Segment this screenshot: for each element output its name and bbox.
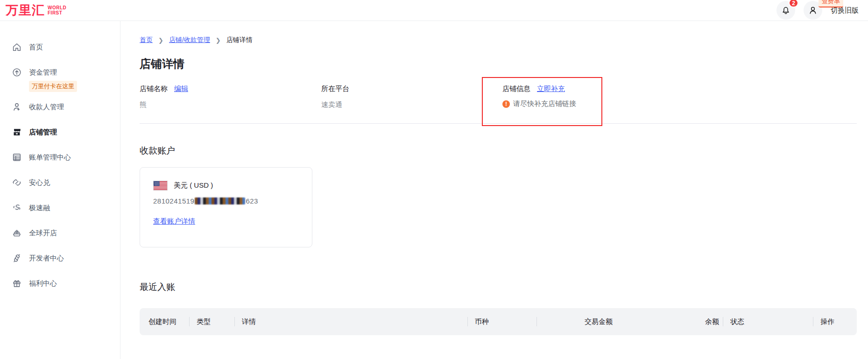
bell-icon [781, 5, 791, 15]
global-store-icon [12, 228, 22, 238]
sidebar-item-label: 收款人管理 [29, 103, 64, 112]
section-divider [140, 123, 857, 124]
breadcrumb-home[interactable]: 首页 [140, 36, 153, 44]
account-number: 2810241519 ▓▓▓▓▓▓▓▓▓▓ 623 [153, 197, 299, 205]
shop-info-row: 店铺名称 编辑 熊 所在平台 速卖通 店铺信息 立即补充 ! 请尽快补充店铺链接 [140, 84, 857, 109]
breadcrumb-store-management[interactable]: 店铺/收款管理 [169, 36, 210, 44]
sidebar-item-billing-center[interactable]: 账单管理中心 [0, 145, 120, 170]
sidebar-item-label: 资金管理 [29, 68, 57, 77]
funds-icon [12, 67, 22, 77]
billing-icon [12, 152, 22, 162]
logo-cn-text: 万里汇 [6, 4, 45, 17]
sidebar-item-exchange[interactable]: 安心兑 [0, 170, 120, 195]
sidebar-item-global-store[interactable]: 全球开店 [0, 220, 120, 246]
shop-info-warning: ! 请尽快补充店铺链接 [502, 99, 857, 108]
store-icon [12, 127, 22, 137]
account-number-masked: ▓▓▓▓▓▓▓▓▓▓ [195, 197, 245, 204]
main-content: 首页 ❯ 店铺/收款管理 ❯ 店铺详情 店铺详情 店铺名称 编辑 熊 所在平台 … [120, 21, 868, 359]
sidebar-item-label: 福利中心 [29, 279, 57, 288]
breadcrumb-current: 店铺详情 [226, 36, 253, 44]
page-title: 店铺详情 [140, 56, 857, 71]
sidebar-item-label: 账单管理中心 [29, 153, 71, 162]
recent-transactions-table-header: 创建时间 类型 详情 币种 交易金额 余额 状态 操作 [140, 308, 857, 335]
logo-en-text: WORLD FIRST [48, 5, 66, 15]
chevron-right-icon: ❯ [216, 37, 221, 44]
sidebar: 首页 资金管理 万里付卡在这里 收款人管理 [0, 21, 120, 359]
user-icon [808, 5, 818, 15]
chevron-right-icon: ❯ [158, 37, 163, 44]
column-header-type: 类型 [189, 308, 234, 335]
home-icon [12, 42, 22, 52]
us-flag-icon [153, 181, 168, 190]
shop-name-label: 店铺名称 [140, 84, 168, 93]
platform-value: 速卖通 [321, 100, 502, 109]
notifications-button[interactable]: 2 [776, 1, 795, 20]
topbar: 万里汇 WORLD FIRST 2 查费率 切换旧版 [0, 0, 868, 21]
account-button[interactable]: 查费率 [804, 1, 822, 20]
sidebar-item-home[interactable]: 首页 [0, 35, 120, 60]
sidebar-item-developer-center[interactable]: 开发者中心 [0, 246, 120, 271]
sidebar-item-financing[interactable]: 极速融 [0, 195, 120, 220]
sidebar-item-label: 首页 [29, 43, 43, 52]
sidebar-item-label: 极速融 [29, 204, 50, 212]
sidebar-item-label: 全球开店 [29, 229, 57, 238]
recent-transactions-title: 最近入账 [140, 281, 857, 293]
exchange-icon [12, 177, 22, 188]
receiving-account-title: 收款账户 [140, 145, 857, 157]
column-header-status: 状态 [723, 308, 813, 335]
column-header-amount: 交易金额 [536, 308, 616, 335]
rate-tag[interactable]: 查费率 [819, 0, 843, 7]
currency-label: 美元 ( USD ) [174, 181, 213, 190]
shop-name-value: 熊 [140, 100, 321, 109]
notification-badge: 2 [789, 0, 798, 7]
shop-info-label: 店铺信息 [502, 84, 530, 93]
funds-subtag[interactable]: 万里付卡在这里 [29, 81, 120, 93]
warning-icon: ! [502, 100, 510, 108]
edit-shop-name-link[interactable]: 编辑 [174, 84, 188, 93]
account-number-suffix: 623 [246, 197, 258, 205]
account-number-prefix: 2810241519 [153, 197, 194, 205]
column-header-action: 操作 [813, 308, 857, 335]
developer-icon [12, 253, 22, 263]
breadcrumb: 首页 ❯ 店铺/收款管理 ❯ 店铺详情 [140, 36, 857, 44]
platform-label: 所在平台 [321, 84, 349, 93]
view-account-details-link[interactable]: 查看账户详情 [153, 217, 195, 225]
supplement-now-link[interactable]: 立即补充 [537, 84, 565, 93]
account-card: 美元 ( USD ) 2810241519 ▓▓▓▓▓▓▓▓▓▓ 623 查看账… [140, 167, 312, 247]
sidebar-item-store-management[interactable]: 店铺管理 [0, 120, 120, 145]
column-header-create-time: 创建时间 [140, 308, 189, 335]
warning-text: 请尽快补充店铺链接 [513, 99, 576, 108]
sidebar-item-label: 安心兑 [29, 178, 50, 187]
sidebar-item-benefits-center[interactable]: 福利中心 [0, 271, 120, 296]
column-header-currency: 币种 [467, 308, 536, 335]
sidebar-item-payees[interactable]: 收款人管理 [0, 94, 120, 120]
column-header-balance: 余额 [616, 308, 723, 335]
column-header-detail: 详情 [234, 308, 467, 335]
sidebar-item-label: 开发者中心 [29, 254, 64, 263]
financing-icon [12, 203, 22, 213]
benefits-icon [12, 278, 22, 289]
sidebar-item-label: 店铺管理 [29, 128, 57, 137]
payee-icon [12, 102, 22, 112]
worldfirst-logo[interactable]: 万里汇 WORLD FIRST [6, 4, 66, 17]
